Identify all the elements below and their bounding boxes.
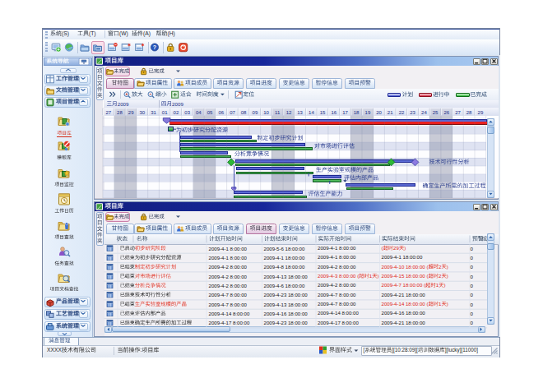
- svg-text:0: 0: [471, 255, 474, 261]
- svg-text:(W): (W): [119, 30, 128, 37]
- svg-text:2009: 2009: [172, 101, 183, 107]
- svg-text:0: 0: [471, 246, 474, 251]
- svg-text:[: [: [364, 347, 365, 353]
- svg-text:0: 0: [471, 292, 474, 297]
- svg-text:2009: 2009: [118, 101, 129, 107]
- svg-text:2009-4-1 18:00:00: 2009-4-1 18:00:00: [382, 254, 423, 260]
- svg-text:][10:28:09][: ][10:28:09][: [392, 347, 418, 353]
- svg-text:][lucky][11000]: ][lucky][11000]: [445, 347, 478, 353]
- svg-text:2009-4-14 18:00:00: 2009-4-14 18:00:00: [382, 301, 426, 307]
- svg-text:2009-4-21 18:00:00: 2009-4-21 18:00:00: [382, 320, 426, 325]
- svg-text:(H): (H): [168, 30, 175, 37]
- svg-text:0: 0: [471, 264, 474, 270]
- svg-text:(T): (T): [89, 30, 96, 37]
- svg-text:0: 0: [471, 302, 474, 307]
- svg-text:2009-4-7 8:00:00: 2009-4-7 8:00:00: [209, 292, 248, 297]
- svg-text:0: 0: [471, 311, 474, 316]
- svg-text:2009-4-6 18:00:00: 2009-4-6 18:00:00: [264, 283, 305, 288]
- svg-text:2009-4-2 8:00:00: 2009-4-2 8:00:00: [318, 282, 356, 288]
- svg-text:2009-4-13 18:00:00: 2009-4-13 18:00:00: [264, 302, 309, 307]
- svg-text:2009-4-17 8:00:00: 2009-4-17 8:00:00: [318, 320, 359, 325]
- svg-text:2: 2: [439, 273, 442, 279]
- svg-text:): ): [404, 245, 406, 251]
- svg-text:(: (: [357, 273, 359, 279]
- svg-text:2009-4-14 8:00:00: 2009-4-14 8:00:00: [318, 310, 359, 316]
- svg-text:29: 29: [393, 245, 399, 251]
- svg-text:(S): (S): [62, 30, 69, 37]
- svg-text:2009-4-17 8:00:00: 2009-4-17 8:00:00: [209, 320, 250, 325]
- svg-text:(: (: [424, 282, 425, 288]
- svg-text:): ): [443, 282, 445, 288]
- svg-text:2009-4-1 8:00:00: 2009-4-1 8:00:00: [318, 254, 356, 260]
- svg-text:2009-4-15 18:00:00: 2009-4-15 18:00:00: [382, 273, 426, 279]
- svg-text:2009-4-7 8:00:00: 2009-4-7 8:00:00: [209, 302, 248, 307]
- svg-text::: :: [141, 347, 142, 353]
- svg-text:2009-4-23 18:00:00: 2009-4-23 18:00:00: [264, 320, 309, 325]
- svg-text:2009-4-1 18:00:00: 2009-4-1 18:00:00: [264, 255, 305, 261]
- svg-text:): ): [447, 273, 448, 279]
- svg-text:2009-4-23 18:00:00: 2009-4-23 18:00:00: [264, 292, 309, 297]
- svg-text:2009-4-16 18:00:00: 2009-4-16 18:00:00: [382, 310, 426, 316]
- svg-text:2009-4-2 8:00:00: 2009-4-2 8:00:00: [209, 264, 248, 270]
- svg-text:0: 0: [471, 320, 474, 325]
- svg-text:(: (: [382, 245, 383, 251]
- svg-text:2009-4-2 8:00:00: 2009-4-2 8:00:00: [209, 274, 248, 279]
- svg-text:2009-4-10 18:00:00: 2009-4-10 18:00:00: [382, 264, 426, 270]
- svg-text:(: (: [426, 264, 428, 270]
- svg-text:2: 2: [439, 264, 442, 270]
- svg-text:(A): (A): [143, 30, 151, 37]
- svg-text:2009-4-3 8:00:00: 2009-4-3 8:00:00: [318, 273, 356, 279]
- svg-text:(: (: [426, 273, 428, 279]
- svg-text:0: 0: [471, 274, 474, 279]
- svg-text:2009-4-1 8:00:00: 2009-4-1 8:00:00: [318, 245, 356, 251]
- svg-text:XXXX: XXXX: [47, 347, 62, 353]
- svg-text:2009-4-2 8:00:00: 2009-4-2 8:00:00: [318, 264, 356, 270]
- svg-text:2009-4-16 18:00:00: 2009-4-16 18:00:00: [264, 311, 309, 316]
- svg-text:2009-4-8 18:00:00: 2009-4-8 18:00:00: [264, 264, 305, 270]
- svg-text:1: 1: [369, 273, 373, 279]
- svg-text:2009-4-14 8:00:00: 2009-4-14 8:00:00: [209, 311, 250, 316]
- svg-text:2009-4-21 18:00:00: 2009-4-21 18:00:00: [382, 292, 426, 297]
- svg-text:(: (: [426, 301, 428, 307]
- svg-text:1: 1: [436, 282, 439, 288]
- svg-text:): ): [378, 273, 379, 279]
- svg-text:2009-4-7 18:00:00: 2009-4-7 18:00:00: [382, 282, 423, 288]
- svg-text:2009-5-6 18:00:00: 2009-5-6 18:00:00: [264, 246, 305, 251]
- svg-text:2009-4-2 8:00:00: 2009-4-2 8:00:00: [209, 283, 248, 288]
- svg-text:): ): [447, 264, 448, 270]
- svg-text:2009-4-1 8:00:00: 2009-4-1 8:00:00: [209, 255, 248, 261]
- svg-text:1: 1: [439, 301, 442, 307]
- svg-text:2009-4-13 18:00:00: 2009-4-13 18:00:00: [264, 274, 309, 279]
- svg-text:): ): [447, 301, 448, 307]
- svg-text:0: 0: [471, 283, 474, 288]
- svg-text:2009-4-7 8:00:00: 2009-4-7 8:00:00: [318, 301, 356, 307]
- svg-text:2009-4-7 8:00:00: 2009-4-7 8:00:00: [318, 292, 356, 297]
- svg-text:2009-4-1 8:00:00: 2009-4-1 8:00:00: [209, 246, 248, 251]
